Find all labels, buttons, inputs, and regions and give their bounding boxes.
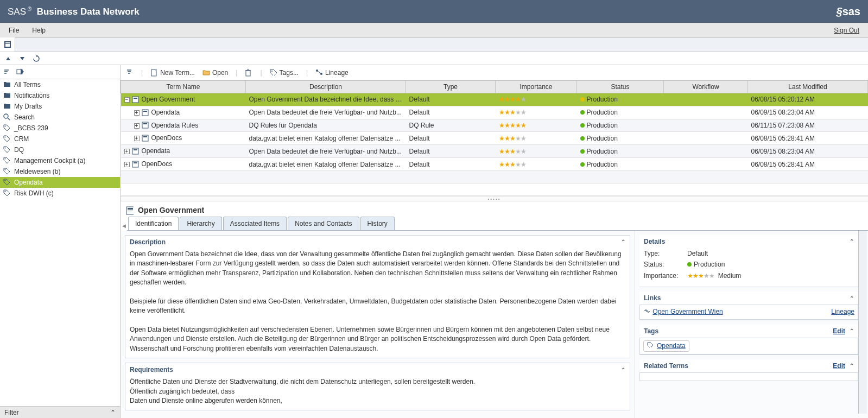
sidebar-item-dq[interactable]: DQ — [0, 144, 120, 155]
cell-modified: 06/11/15 07:23:08 AM — [748, 119, 868, 132]
collapse-icon[interactable]: ⌃ — [850, 295, 854, 301]
cell-description: Open Data bedeutet die freie Verfügbar- … — [246, 145, 406, 158]
filter-icon[interactable] — [126, 69, 134, 77]
lineage-button[interactable]: Lineage — [315, 69, 349, 77]
delete-button[interactable] — [245, 69, 252, 77]
table-row[interactable]: +Opendata RulesDQ Rules für OpendataDQ R… — [121, 119, 868, 132]
link-item[interactable]: Open Government Wien — [643, 307, 723, 316]
menu-file[interactable]: File — [9, 27, 19, 34]
svg-point-4 — [4, 114, 8, 118]
related-edit-link[interactable]: Edit — [833, 362, 845, 370]
sidebar-item-crm[interactable]: CRM — [0, 134, 120, 144]
cell-status: Production — [577, 158, 664, 171]
tab-associated-items[interactable]: Associated Items — [223, 217, 287, 230]
cell-importance: ★★★★★ — [496, 145, 577, 158]
expand-icon[interactable]: + — [124, 162, 130, 167]
cell-type: Default — [406, 106, 496, 119]
importance-value: ★★★★★ Medium — [687, 271, 741, 281]
open-button[interactable]: Open — [202, 69, 228, 77]
table-row[interactable]: +OpenDocsdata.gv.at bietet einen Katalog… — [121, 158, 868, 171]
sidebar-item-all-terms[interactable]: All Terms — [0, 79, 120, 90]
table-row[interactable]: −Open GovernmentOpen Government Data bez… — [121, 93, 868, 106]
expand-icon[interactable]: + — [124, 149, 130, 154]
column-header[interactable]: Description — [246, 81, 406, 93]
new-icon — [150, 69, 158, 77]
sidebar-item-risk-dwh-c-[interactable]: Risk DWH (c) — [0, 188, 120, 199]
expand-icon[interactable]: − — [124, 97, 130, 103]
collapse-icon[interactable] — [3, 68, 11, 76]
sidebar-item--bcbs-239[interactable]: _BCBS 239 — [0, 123, 120, 134]
collapse-icon[interactable]: ⌃ — [850, 363, 854, 369]
collapse-icon[interactable]: ⌃ — [621, 367, 625, 373]
tags-edit-link[interactable]: Edit — [833, 327, 845, 335]
table-row[interactable]: +OpenDocsdata.gv.at bietet einen Katalog… — [121, 132, 868, 145]
sidebar-item-label: Notifications — [14, 92, 49, 99]
term-icon — [142, 135, 149, 142]
filter-asc-icon[interactable] — [4, 55, 12, 62]
column-header[interactable]: Workflow — [664, 81, 748, 93]
table-row[interactable]: +OpendataOpen Data bedeutet die freie Ve… — [121, 106, 868, 119]
collapse-icon[interactable]: ⌃ — [850, 238, 854, 244]
tag-icon — [3, 157, 11, 164]
search-icon — [3, 113, 11, 121]
column-header[interactable]: Status — [577, 81, 664, 93]
cell-workflow — [664, 106, 748, 119]
column-header[interactable]: Term Name — [121, 81, 246, 93]
svg-rect-30 — [128, 208, 133, 210]
sidebar-item-label: My Drafts — [14, 103, 42, 110]
tab-identification[interactable]: Identification — [128, 217, 179, 230]
sign-out-link[interactable]: Sign Out — [834, 27, 859, 34]
term-icon — [132, 148, 140, 155]
tag-icon — [3, 168, 11, 175]
cell-type: DQ Rule — [406, 119, 496, 132]
home-tab[interactable] — [0, 37, 15, 52]
sidebar-item-search[interactable]: Search — [0, 112, 120, 123]
sidebar-item-management-cockpit-a-[interactable]: Management Cockpit (a) — [0, 155, 120, 166]
import-icon[interactable] — [16, 68, 24, 76]
cell-description: DQ Rules für Opendata — [246, 119, 406, 132]
related-heading: Related Terms — [644, 362, 688, 370]
new-term-label: New Term... — [160, 69, 195, 77]
tag-icon — [3, 135, 11, 143]
expand-icon[interactable]: + — [134, 123, 140, 129]
menu-help[interactable]: Help — [32, 27, 46, 34]
folder-icon — [3, 103, 11, 110]
open-icon — [202, 69, 210, 77]
tab-history[interactable]: History — [360, 217, 395, 230]
svg-rect-25 — [132, 148, 138, 154]
new-term-button[interactable]: New Term... — [150, 69, 195, 77]
type-value: Default — [687, 249, 708, 258]
svg-point-6 — [5, 137, 6, 138]
tab-scroll-left[interactable]: ◀ — [121, 223, 127, 231]
collapse-icon[interactable]: ⌃ — [850, 328, 854, 334]
scrollbar[interactable] — [858, 231, 867, 414]
expand-icon[interactable]: + — [134, 136, 140, 141]
tags-button[interactable]: Tags... — [270, 69, 299, 77]
column-header[interactable]: Importance — [496, 81, 577, 93]
sidebar-item-notifications[interactable]: Notifications — [0, 90, 120, 101]
tag-icon — [270, 69, 277, 77]
filter-bar[interactable]: Filter ⌃ — [0, 406, 120, 418]
filter-desc-icon[interactable] — [18, 55, 26, 62]
tab-notes-and-contacts[interactable]: Notes and Contacts — [288, 217, 359, 230]
detail-title: Open Government — [138, 206, 204, 214]
tab-hierarchy[interactable]: Hierarchy — [180, 217, 221, 230]
column-header[interactable]: Type — [406, 81, 496, 93]
expand-icon[interactable]: + — [134, 110, 140, 116]
tag-icon — [3, 124, 11, 132]
title-main: Business Data Network — [37, 6, 140, 16]
svg-rect-13 — [246, 71, 250, 76]
refresh-icon[interactable] — [33, 55, 40, 62]
svg-point-10 — [5, 180, 6, 181]
sidebar-item-opendata[interactable]: Opendata — [0, 177, 120, 188]
tag-chip[interactable]: Opendata — [643, 340, 689, 352]
sidebar-item-meldewesen-b-[interactable]: Meldewesen (b) — [0, 166, 120, 177]
detail-right-pane: Details ⌃ Type:Default Status:Production… — [635, 231, 868, 418]
splitter[interactable]: ••••• — [121, 196, 868, 201]
table-row[interactable]: +OpendataOpen Data bedeutet die freie Ve… — [121, 145, 868, 158]
lineage-link[interactable]: Lineage — [831, 307, 854, 316]
sidebar-item-my-drafts[interactable]: My Drafts — [0, 101, 120, 112]
details-heading: Details — [644, 238, 665, 245]
collapse-icon[interactable]: ⌃ — [621, 239, 625, 245]
column-header[interactable]: Last Modified — [748, 81, 868, 93]
